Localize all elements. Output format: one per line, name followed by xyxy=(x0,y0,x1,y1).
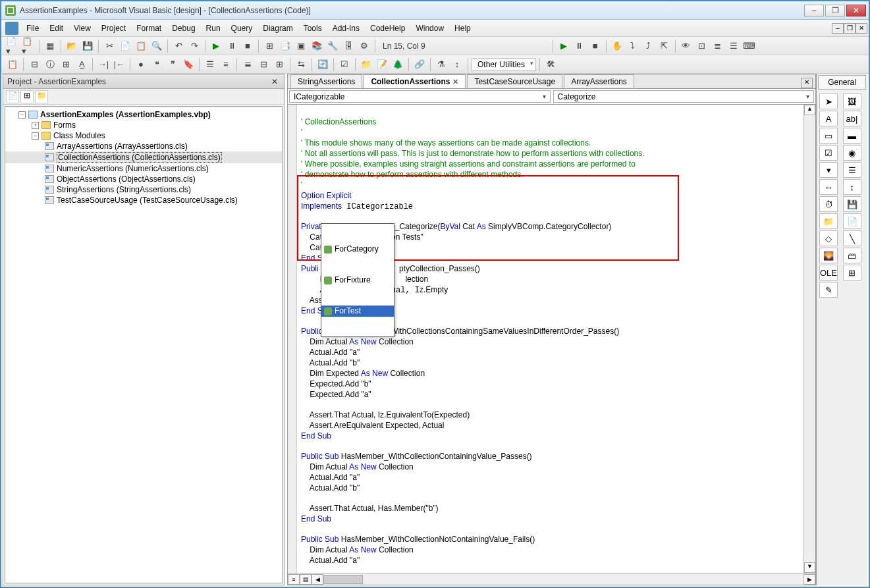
sort-button[interactable]: ↕ xyxy=(450,57,464,72)
commandbutton-tool[interactable]: ▬ xyxy=(843,128,861,144)
picturebox-tool[interactable]: 🖼 xyxy=(843,94,861,109)
textbox-tool[interactable]: ab| xyxy=(843,111,861,126)
step-over-button[interactable]: ⤴ xyxy=(641,39,656,53)
cut-button[interactable]: ✂ xyxy=(102,39,117,53)
project-tree[interactable]: − AssertionExamples (AssertionExamples.v… xyxy=(5,106,283,583)
label-tool[interactable]: A xyxy=(819,111,838,126)
step-into-button[interactable]: ⤵ xyxy=(626,39,640,53)
minimize-button[interactable]: – xyxy=(804,5,824,16)
stop-button[interactable]: ■ xyxy=(240,39,255,53)
tab-testcase-source[interactable]: TestCaseSourceUsage xyxy=(467,74,562,88)
stop2-button[interactable]: ■ xyxy=(588,39,603,53)
locals-button[interactable]: ☰ xyxy=(726,39,741,53)
horizontal-scrollbar[interactable]: ≡ ▤ ◀ ▶ xyxy=(288,573,815,585)
tree-module[interactable]: NumericAssertions (NumericAssertions.cls… xyxy=(5,163,282,174)
line-tool[interactable]: ╲ xyxy=(843,230,861,246)
menu-view[interactable]: View xyxy=(68,21,96,36)
break-button[interactable]: ⏸ xyxy=(225,39,239,53)
combobox-tool[interactable]: ▾ xyxy=(819,162,838,178)
menu-window[interactable]: Window xyxy=(410,21,449,36)
form-layout-button[interactable]: ▣ xyxy=(294,39,308,53)
immediate-button[interactable]: ⌨ xyxy=(742,39,757,53)
extra-tool2[interactable]: ✎ xyxy=(819,282,838,298)
check-button[interactable]: ☑ xyxy=(337,57,352,72)
pointer-tool[interactable]: ➤ xyxy=(819,94,838,109)
data-tool[interactable]: 🗃 xyxy=(843,248,861,263)
tree-root[interactable]: − AssertionExamples (AssertionExamples.v… xyxy=(5,109,282,120)
shape-tool[interactable]: ◇ xyxy=(819,230,838,246)
app-menu-icon[interactable] xyxy=(5,22,18,35)
checkbox-tool[interactable]: ☑ xyxy=(819,145,838,161)
toolbox-general-tab[interactable]: General xyxy=(818,75,866,90)
scroll-thumb[interactable] xyxy=(323,575,363,584)
collapse-icon[interactable]: − xyxy=(18,111,26,119)
tools-button[interactable]: 🛠 xyxy=(543,57,558,72)
view-object-button[interactable]: ⊞ xyxy=(20,90,34,103)
comment-button[interactable]: ❝ xyxy=(150,57,164,72)
mdi-close-button[interactable]: ✕ xyxy=(856,23,867,34)
align-center-button[interactable]: ⊟ xyxy=(256,57,271,72)
menu-editor-button[interactable]: ▦ xyxy=(43,39,57,53)
tab-array-assertions[interactable]: ArrayAssertions xyxy=(564,74,634,88)
menu-codehelp[interactable]: CodeHelp xyxy=(365,21,410,36)
frame-tool[interactable]: ▭ xyxy=(819,128,838,144)
link-button[interactable]: 🔗 xyxy=(412,57,427,72)
indent-button[interactable]: →| xyxy=(96,57,111,72)
filter-button[interactable]: ⚗ xyxy=(434,57,449,72)
scroll-left-button[interactable]: ◀ xyxy=(312,574,323,585)
toggle-breakpoint-button[interactable]: ● xyxy=(134,57,148,72)
scroll-up-button[interactable]: ▲ xyxy=(804,105,815,115)
dirlistbox-tool[interactable]: 📁 xyxy=(819,213,838,229)
menu-file[interactable]: File xyxy=(21,21,44,36)
call-stack-button[interactable]: ≣ xyxy=(711,39,725,53)
menu-run[interactable]: Run xyxy=(201,21,226,36)
component-manager-button[interactable]: ⚙ xyxy=(357,39,371,53)
hscrollbar-tool[interactable]: ↔ xyxy=(819,179,838,195)
list-button[interactable]: ☰ xyxy=(203,57,217,72)
tree-folder-forms[interactable]: + Forms xyxy=(5,120,282,130)
menu-tools[interactable]: Tools xyxy=(298,21,327,36)
menu-edit[interactable]: Edit xyxy=(44,21,68,36)
image-tool[interactable]: 🌄 xyxy=(819,248,838,263)
view-code-button[interactable]: 📄 xyxy=(6,90,19,103)
align-right-button[interactable]: ⊞ xyxy=(272,57,286,72)
tree-module[interactable]: CollectionAssertions (CollectionAssertio… xyxy=(5,151,282,163)
code-editor[interactable]: ' CollectionAssertions ' ' This module s… xyxy=(297,105,803,573)
menu-format[interactable]: Format xyxy=(131,21,167,36)
notes-button[interactable]: 📝 xyxy=(375,57,389,72)
listbox-tool[interactable]: ☰ xyxy=(843,162,861,178)
menu-diagram[interactable]: Diagram xyxy=(258,21,298,36)
step-out-button[interactable]: ⇱ xyxy=(657,39,672,53)
refresh-button[interactable]: 🔄 xyxy=(315,57,330,72)
tree-module[interactable]: TestCaseSourceUsage (TestCaseSourceUsage… xyxy=(5,195,282,205)
numbered-list-button[interactable]: ≡ xyxy=(219,57,233,72)
data-view-button[interactable]: 🗄 xyxy=(341,39,356,53)
folder-new-button[interactable]: 📁 xyxy=(359,57,373,72)
quick-info-button[interactable]: ⓘ xyxy=(43,57,57,72)
project-panel-close-button[interactable]: ✕ xyxy=(269,77,280,86)
tree-module[interactable]: ArrayAssertions (ArrayAssertions.cls) xyxy=(5,141,282,151)
timer-tool[interactable]: ⏱ xyxy=(819,196,838,212)
redo-button[interactable]: ↷ xyxy=(187,39,202,53)
object-browser-button[interactable]: 📚 xyxy=(310,39,324,53)
intellisense-item[interactable]: ForTest xyxy=(321,306,394,317)
align-left-button[interactable]: ≣ xyxy=(240,57,255,72)
close-all-tabs-button[interactable]: ✕ xyxy=(801,78,813,88)
undo-button[interactable]: ↶ xyxy=(171,39,186,53)
find-button[interactable]: 🔍 xyxy=(150,39,164,53)
mdi-restore-button[interactable]: ❐ xyxy=(844,23,856,34)
uncomment-button[interactable]: ❞ xyxy=(165,57,180,72)
extra-tool[interactable]: ⊞ xyxy=(843,265,861,281)
tab-string-assertions[interactable]: StringAssertions xyxy=(290,74,362,88)
expand-icon[interactable]: + xyxy=(32,122,39,129)
other-utilities-dropdown[interactable]: Other Utilities xyxy=(472,58,536,71)
vscrollbar-tool[interactable]: ↕ xyxy=(843,179,861,195)
quick-watch-button[interactable]: ⊡ xyxy=(695,39,709,53)
view-procedure-button[interactable]: ▤ xyxy=(300,574,312,585)
add-form-button[interactable]: 📋▾ xyxy=(21,39,36,53)
tab-collection-assertions[interactable]: CollectionAssertions✕ xyxy=(364,74,466,88)
project-explorer-button[interactable]: ⊞ xyxy=(262,39,277,53)
tree-module[interactable]: StringAssertions (StringAssertions.cls) xyxy=(5,184,282,195)
menu-query[interactable]: Query xyxy=(226,21,258,36)
list-constants-button[interactable]: ⊟ xyxy=(27,57,41,72)
